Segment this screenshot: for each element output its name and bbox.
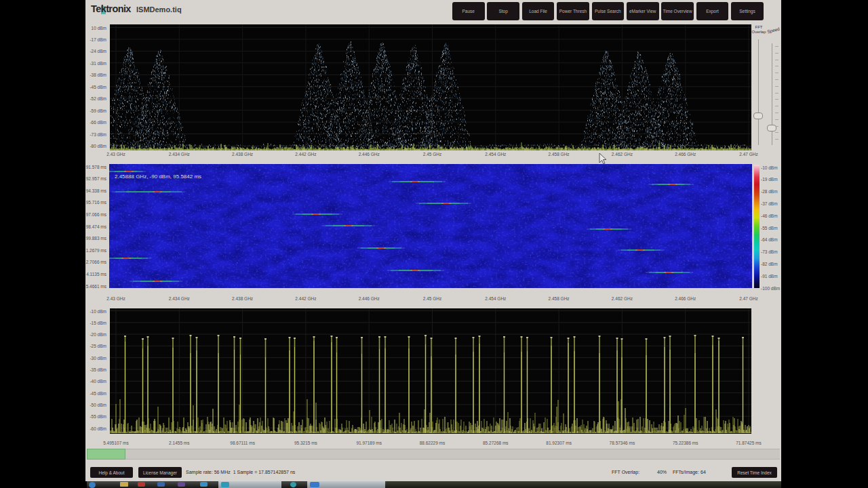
svg-text:2.45888 GHz, -90 dBm, 95.5842: 2.45888 GHz, -90 dBm, 95.5842 ms [115,174,201,180]
